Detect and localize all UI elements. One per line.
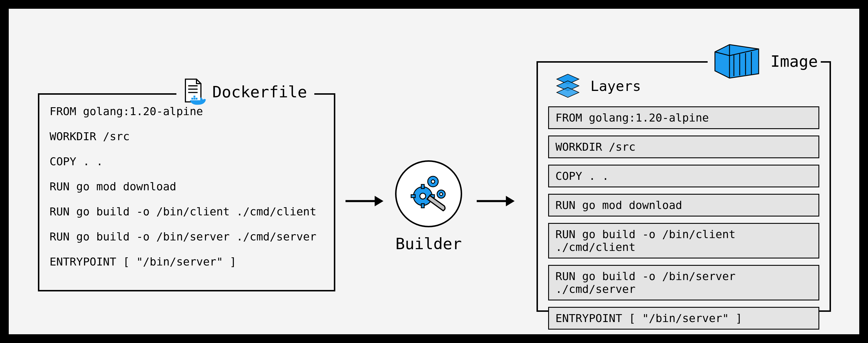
image-heading: Image: [708, 41, 821, 82]
container-icon: [712, 42, 762, 81]
dockerfile-icon: [179, 77, 207, 106]
gears-icon: [407, 172, 451, 216]
dockerfile-panel: Dockerfile FROM golang:1.20-alpine WORKD…: [38, 93, 335, 291]
svg-rect-5: [196, 98, 197, 99]
svg-point-15: [431, 180, 435, 183]
layer-row: WORKDIR /src: [548, 135, 819, 158]
svg-rect-6: [194, 96, 195, 97]
layer-list: FROM golang:1.20-alpine WORKDIR /src COP…: [548, 106, 819, 330]
layer-row: RUN go mod download: [548, 194, 819, 217]
dockerfile-line: WORKDIR /src: [50, 130, 325, 143]
layer-row: RUN go build -o /bin/server ./cmd/server: [548, 265, 819, 301]
svg-point-9: [420, 193, 426, 199]
layers-icon: [554, 71, 582, 100]
svg-rect-4: [194, 98, 195, 99]
dockerfile-title: Dockerfile: [212, 83, 307, 101]
svg-point-17: [440, 193, 443, 195]
layers-label: Layers: [590, 78, 641, 94]
dockerfile-line: RUN go mod download: [50, 180, 325, 193]
dockerfile-line: RUN go build -o /bin/server ./cmd/server: [50, 230, 325, 243]
image-title: Image: [770, 52, 818, 70]
svg-rect-11: [421, 204, 424, 208]
dockerfile-heading: Dockerfile: [177, 77, 314, 106]
builder-node: Builder: [385, 160, 472, 253]
dockerfile-line: COPY . .: [50, 155, 325, 168]
arrow-right-icon: [344, 192, 385, 210]
svg-rect-12: [411, 195, 415, 197]
dockerfile-lines: FROM golang:1.20-alpine WORKDIR /src COP…: [50, 105, 325, 268]
image-panel: Image Layers FROM golang:1.20-alpine WOR…: [536, 61, 831, 312]
layer-row: COPY . .: [548, 165, 819, 187]
dockerfile-line: FROM golang:1.20-alpine: [50, 105, 325, 118]
svg-rect-3: [191, 98, 193, 99]
builder-circle: [395, 160, 462, 227]
layer-row: RUN go build -o /bin/client ./cmd/client: [548, 223, 819, 258]
builder-label: Builder: [385, 235, 472, 253]
layer-row: ENTRYPOINT [ "/bin/server" ]: [548, 307, 819, 330]
arrow-right-icon: [475, 192, 516, 210]
svg-rect-10: [421, 184, 424, 189]
diagram-canvas: Dockerfile FROM golang:1.20-alpine WORKD…: [9, 9, 859, 334]
layer-row: FROM golang:1.20-alpine: [548, 106, 819, 129]
layers-header: Layers: [554, 71, 641, 100]
dockerfile-line: ENTRYPOINT [ "/bin/server" ]: [50, 255, 325, 268]
dockerfile-line: RUN go build -o /bin/client ./cmd/client: [50, 205, 325, 218]
